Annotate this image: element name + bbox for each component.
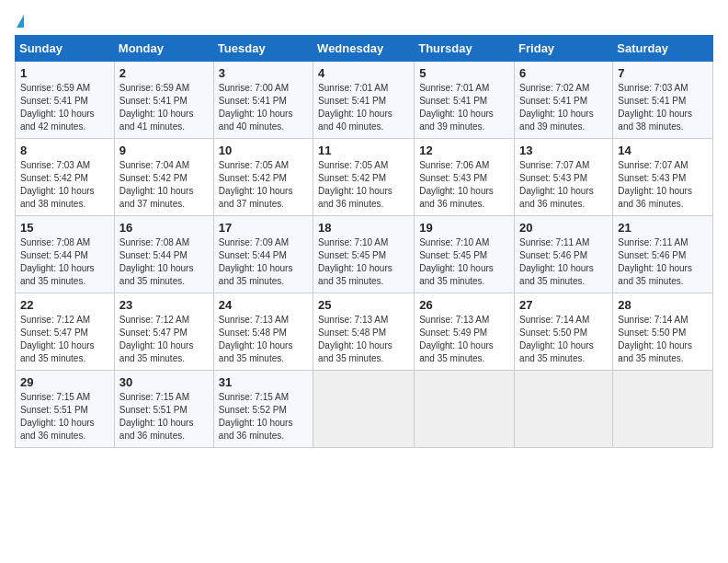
day-info: Sunrise: 7:12 AMSunset: 5:47 PMDaylight:…: [20, 315, 95, 363]
day-info: Sunrise: 7:13 AMSunset: 5:48 PMDaylight:…: [318, 315, 392, 363]
day-info: Sunrise: 7:15 AMSunset: 5:52 PMDaylight:…: [219, 392, 293, 441]
day-number: 26: [419, 298, 509, 312]
calendar-cell: 26 Sunrise: 7:13 AMSunset: 5:49 PMDaylig…: [415, 293, 515, 371]
day-number: 18: [318, 221, 409, 235]
day-info: Sunrise: 7:02 AMSunset: 5:41 PMDaylight:…: [519, 83, 594, 132]
calendar-cell: 17 Sunrise: 7:09 AMSunset: 5:44 PMDaylig…: [213, 216, 313, 293]
calendar-cell: 12 Sunrise: 7:06 AMSunset: 5:43 PMDaylig…: [415, 139, 515, 216]
day-info: Sunrise: 7:05 AMSunset: 5:42 PMDaylight:…: [219, 160, 293, 209]
day-number: 9: [119, 144, 209, 157]
calendar-cell: 31 Sunrise: 7:15 AMSunset: 5:52 PMDaylig…: [213, 371, 313, 448]
day-number: 6: [519, 66, 608, 80]
calendar-cell: 27 Sunrise: 7:14 AMSunset: 5:50 PMDaylig…: [515, 293, 613, 371]
day-info: Sunrise: 7:12 AMSunset: 5:47 PMDaylight:…: [119, 315, 194, 363]
calendar-cell: 2 Sunrise: 6:59 AMSunset: 5:41 PMDayligh…: [114, 62, 213, 139]
calendar-cell: 20 Sunrise: 7:11 AMSunset: 5:46 PMDaylig…: [515, 216, 613, 293]
day-number: 23: [119, 298, 209, 312]
calendar-cell: 16 Sunrise: 7:08 AMSunset: 5:44 PMDaylig…: [114, 216, 213, 293]
day-number: 5: [419, 66, 509, 80]
header-day-tuesday: Tuesday: [213, 36, 313, 62]
day-number: 8: [20, 144, 109, 157]
day-number: 24: [219, 298, 308, 312]
day-number: 28: [618, 298, 708, 312]
calendar-cell: 6 Sunrise: 7:02 AMSunset: 5:41 PMDayligh…: [515, 62, 613, 139]
logo: [15, 15, 24, 28]
day-number: 20: [519, 221, 608, 235]
day-info: Sunrise: 7:03 AMSunset: 5:41 PMDaylight:…: [618, 83, 692, 132]
calendar-cell: [415, 371, 515, 448]
day-info: Sunrise: 7:08 AMSunset: 5:44 PMDaylight:…: [119, 237, 194, 286]
day-info: Sunrise: 7:08 AMSunset: 5:44 PMDaylight:…: [20, 237, 95, 286]
day-info: Sunrise: 7:07 AMSunset: 5:43 PMDaylight:…: [618, 160, 692, 209]
week-row-5: 29 Sunrise: 7:15 AMSunset: 5:51 PMDaylig…: [16, 371, 713, 448]
calendar-cell: 25 Sunrise: 7:13 AMSunset: 5:48 PMDaylig…: [313, 293, 415, 371]
calendar-cell: 10 Sunrise: 7:05 AMSunset: 5:42 PMDaylig…: [213, 139, 313, 216]
calendar-cell: 18 Sunrise: 7:10 AMSunset: 5:45 PMDaylig…: [313, 216, 415, 293]
day-info: Sunrise: 7:10 AMSunset: 5:45 PMDaylight:…: [419, 237, 494, 286]
calendar-table: SundayMondayTuesdayWednesdayThursdayFrid…: [15, 35, 713, 448]
day-info: Sunrise: 7:13 AMSunset: 5:49 PMDaylight:…: [419, 315, 494, 363]
calendar-cell: [613, 371, 713, 448]
calendar-cell: 3 Sunrise: 7:00 AMSunset: 5:41 PMDayligh…: [213, 62, 313, 139]
calendar-cell: 8 Sunrise: 7:03 AMSunset: 5:42 PMDayligh…: [16, 139, 115, 216]
calendar-cell: 19 Sunrise: 7:10 AMSunset: 5:45 PMDaylig…: [415, 216, 515, 293]
day-info: Sunrise: 7:06 AMSunset: 5:43 PMDaylight:…: [419, 160, 494, 209]
header-day-friday: Friday: [515, 36, 613, 62]
day-number: 25: [318, 298, 409, 312]
day-info: Sunrise: 7:04 AMSunset: 5:42 PMDaylight:…: [119, 160, 194, 209]
calendar-cell: 30 Sunrise: 7:15 AMSunset: 5:51 PMDaylig…: [114, 371, 213, 448]
header-day-wednesday: Wednesday: [313, 36, 415, 62]
day-number: 4: [318, 66, 409, 80]
day-number: 15: [20, 221, 109, 235]
day-info: Sunrise: 7:00 AMSunset: 5:41 PMDaylight:…: [219, 83, 293, 132]
day-info: Sunrise: 7:09 AMSunset: 5:44 PMDaylight:…: [219, 237, 293, 286]
calendar-cell: 22 Sunrise: 7:12 AMSunset: 5:47 PMDaylig…: [16, 293, 115, 371]
day-info: Sunrise: 7:15 AMSunset: 5:51 PMDaylight:…: [20, 392, 95, 441]
day-number: 2: [119, 66, 209, 80]
day-info: Sunrise: 7:01 AMSunset: 5:41 PMDaylight:…: [318, 83, 392, 132]
day-number: 3: [219, 66, 308, 80]
day-info: Sunrise: 6:59 AMSunset: 5:41 PMDaylight:…: [119, 83, 194, 132]
calendar-cell: 14 Sunrise: 7:07 AMSunset: 5:43 PMDaylig…: [613, 139, 713, 216]
day-number: 16: [119, 221, 209, 235]
day-number: 29: [20, 375, 109, 389]
calendar-cell: 9 Sunrise: 7:04 AMSunset: 5:42 PMDayligh…: [114, 139, 213, 216]
day-number: 10: [219, 144, 308, 157]
calendar-cell: 7 Sunrise: 7:03 AMSunset: 5:41 PMDayligh…: [613, 62, 713, 139]
day-info: Sunrise: 7:14 AMSunset: 5:50 PMDaylight:…: [519, 315, 594, 363]
day-number: 11: [318, 144, 409, 157]
week-row-3: 15 Sunrise: 7:08 AMSunset: 5:44 PMDaylig…: [16, 216, 713, 293]
day-number: 14: [618, 144, 708, 157]
day-number: 27: [519, 298, 608, 312]
week-row-1: 1 Sunrise: 6:59 AMSunset: 5:41 PMDayligh…: [16, 62, 713, 139]
calendar-cell: 4 Sunrise: 7:01 AMSunset: 5:41 PMDayligh…: [313, 62, 415, 139]
calendar-cell: 13 Sunrise: 7:07 AMSunset: 5:43 PMDaylig…: [515, 139, 613, 216]
header: [15, 15, 713, 28]
day-info: Sunrise: 7:14 AMSunset: 5:50 PMDaylight:…: [618, 315, 692, 363]
calendar-cell: 24 Sunrise: 7:13 AMSunset: 5:48 PMDaylig…: [213, 293, 313, 371]
day-number: 13: [519, 144, 608, 157]
calendar-cell: 21 Sunrise: 7:11 AMSunset: 5:46 PMDaylig…: [613, 216, 713, 293]
day-number: 12: [419, 144, 509, 157]
day-info: Sunrise: 7:01 AMSunset: 5:41 PMDaylight:…: [419, 83, 494, 132]
day-info: Sunrise: 7:11 AMSunset: 5:46 PMDaylight:…: [618, 237, 692, 286]
day-info: Sunrise: 7:15 AMSunset: 5:51 PMDaylight:…: [119, 392, 194, 441]
day-info: Sunrise: 6:59 AMSunset: 5:41 PMDaylight:…: [20, 83, 95, 132]
day-number: 17: [219, 221, 308, 235]
header-day-saturday: Saturday: [613, 36, 713, 62]
day-info: Sunrise: 7:11 AMSunset: 5:46 PMDaylight:…: [519, 237, 594, 286]
calendar-cell: 28 Sunrise: 7:14 AMSunset: 5:50 PMDaylig…: [613, 293, 713, 371]
day-number: 1: [20, 66, 109, 80]
calendar-cell: 29 Sunrise: 7:15 AMSunset: 5:51 PMDaylig…: [16, 371, 115, 448]
header-row: SundayMondayTuesdayWednesdayThursdayFrid…: [16, 36, 713, 62]
day-info: Sunrise: 7:10 AMSunset: 5:45 PMDaylight:…: [318, 237, 392, 286]
day-info: Sunrise: 7:07 AMSunset: 5:43 PMDaylight:…: [519, 160, 594, 209]
day-info: Sunrise: 7:13 AMSunset: 5:48 PMDaylight:…: [219, 315, 293, 363]
calendar-cell: 15 Sunrise: 7:08 AMSunset: 5:44 PMDaylig…: [16, 216, 115, 293]
day-number: 30: [119, 375, 209, 389]
calendar-cell: [515, 371, 613, 448]
day-number: 21: [618, 221, 708, 235]
header-day-sunday: Sunday: [16, 36, 115, 62]
day-info: Sunrise: 7:03 AMSunset: 5:42 PMDaylight:…: [20, 160, 95, 209]
calendar-cell: 11 Sunrise: 7:05 AMSunset: 5:42 PMDaylig…: [313, 139, 415, 216]
